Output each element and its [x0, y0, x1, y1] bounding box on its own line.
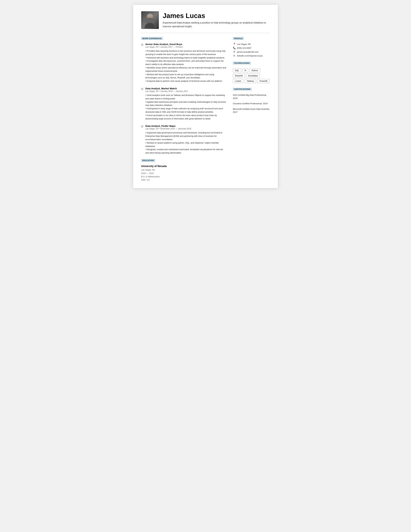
main-column: WORK EXPERIENCE Senior Data Analyst, Goo…: [141, 37, 226, 182]
school-name: University of Nevada: [141, 165, 226, 168]
job-description: • Used analytics tools such as Tableau a…: [145, 94, 226, 120]
tech-tag-python: Python: [249, 68, 260, 72]
email-icon: ✉: [233, 50, 236, 53]
profile-label: PROFILE: [233, 37, 244, 40]
header-text: James Lucas Experienced Data Analyst see…: [163, 12, 270, 28]
job-content: Senior Data Analyst, Good Buys Las Vegas…: [145, 43, 226, 83]
education-section: EDUCATION University of Nevada Las Vegas…: [141, 159, 226, 182]
job-bullet: [141, 43, 143, 83]
profile-email: ✉ james.lucas@mail.com: [233, 50, 270, 53]
tech-tag-looker: Looker: [233, 79, 243, 83]
tech-tag-tableau: Tableau: [245, 79, 256, 83]
phone-icon: 📞: [233, 47, 236, 49]
profile-phone: 📞 (555) 123-4567: [233, 47, 270, 49]
certifications-label: CERTIFICATIONS: [233, 88, 252, 91]
tech-tag-snowflake: Snowflake: [246, 74, 260, 78]
technologies-label: TECHNOLOGIES: [233, 62, 251, 65]
email-text: james.lucas@mail.com: [237, 51, 259, 53]
candidate-name: James Lucas: [163, 12, 270, 19]
bullet-circle: [141, 88, 143, 90]
technologies-section: TECHNOLOGIES SQL R Python Redshift Snowf…: [233, 61, 270, 83]
job-meta: Las Vegas, NV • November 2014 — Jaunuary…: [145, 128, 226, 130]
job-bullet: [141, 125, 143, 155]
job-title: Data Analyst, Finder Maps: [145, 124, 226, 127]
avatar: [141, 11, 159, 29]
tech-tag-powerbi: PowerBI: [257, 79, 269, 83]
tech-tag-sql: SQL: [233, 68, 241, 72]
linkedin-icon: in: [233, 54, 236, 57]
job-bullet: [141, 87, 143, 120]
location-text: Las Vegas, NV: [237, 43, 251, 45]
job-item: Data Analyst, Market Watch Las Vegas, NV…: [141, 87, 226, 120]
job-title: Data Analyst, Market Watch: [145, 87, 226, 90]
education-label: EDUCATION: [141, 159, 155, 162]
cert-item: SAS Certified Big Data Professional, 201…: [233, 94, 270, 100]
profile-linkedin: in linkedin.com/in/james-lucas: [233, 54, 270, 57]
linkedin-text: linkedin.com/in/james-lucas: [237, 55, 263, 57]
job-description: • Provided data reporting functions to t…: [145, 49, 226, 83]
job-description: • Supported data governance processes an…: [145, 131, 226, 155]
job-meta: Las Vegas, NV • January 2017 — Present: [145, 46, 226, 48]
tech-tag-r: R: [242, 68, 248, 72]
resume-header: James Lucas Experienced Data Analyst see…: [141, 11, 270, 29]
work-experience-label: WORK EXPERIENCE: [141, 37, 163, 40]
job-meta: Las Vegas, NV • January 2015 — January 2…: [145, 90, 226, 92]
tech-tag-redshift: Redshift: [233, 74, 245, 78]
work-experience-section: WORK EXPERIENCE Senior Data Analyst, Goo…: [141, 37, 226, 155]
phone-text: (555) 123-4567: [237, 47, 251, 49]
profile-location: 📍 Las Vegas, NV: [233, 43, 270, 45]
job-item: Data Analyst, Finder Maps Las Vegas, NV …: [141, 124, 226, 155]
job-item: Senior Data Analyst, Good Buys Las Vegas…: [141, 43, 226, 83]
profile-section: PROFILE 📍 Las Vegas, NV 📞 (555) 123-4567…: [233, 37, 270, 57]
edu-gpa: GPA: 3.6: [141, 179, 150, 181]
bullet-circle: [141, 125, 143, 127]
edu-city: Las Vegas, NV: [141, 169, 155, 171]
body-layout: WORK EXPERIENCE Senior Data Analyst, Goo…: [141, 37, 270, 182]
cert-item: Cloudera Certified Professional, 2018: [233, 102, 270, 105]
bullet-circle: [141, 44, 143, 46]
job-title: Senior Data Analyst, Good Buys: [145, 43, 226, 46]
edu-degree: B.S. in Mathematics: [141, 175, 160, 178]
job-content: Data Analyst, Market Watch Las Vegas, NV…: [145, 87, 226, 120]
location-icon: 📍: [233, 43, 236, 45]
candidate-subtitle: Experienced Data Analyst seeking a posit…: [163, 21, 270, 28]
resume-container: James Lucas Experienced Data Analyst see…: [133, 5, 278, 188]
job-content: Data Analyst, Finder Maps Las Vegas, NV …: [145, 124, 226, 155]
tech-tags-container: SQL R Python Redshift Snowflake Looker T…: [233, 68, 270, 83]
certifications-section: CERTIFICATIONS SAS Certified Big Data Pr…: [233, 87, 270, 114]
cert-item: Microsoft Certified Azure Data Scientist…: [233, 107, 270, 114]
edu-meta: Las Vegas, NV 2010 — 2014 B.S. in Mathem…: [141, 168, 226, 182]
edu-years: 2010 — 2014: [141, 172, 154, 174]
side-column: PROFILE 📍 Las Vegas, NV 📞 (555) 123-4567…: [233, 37, 270, 182]
